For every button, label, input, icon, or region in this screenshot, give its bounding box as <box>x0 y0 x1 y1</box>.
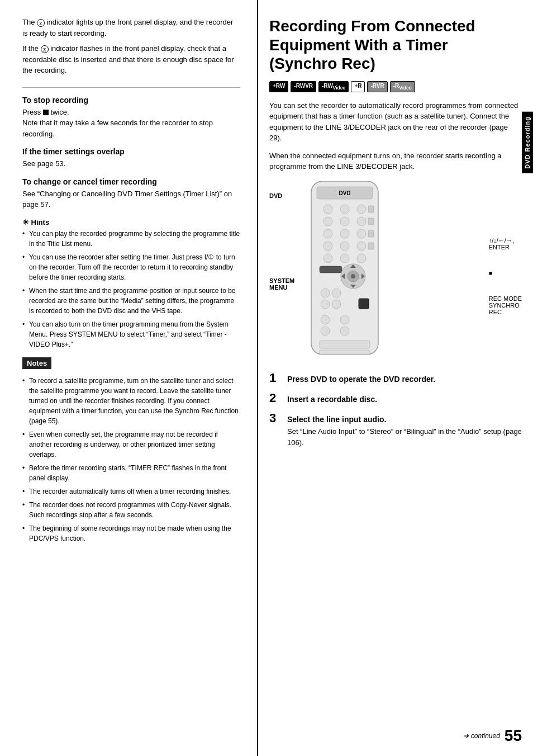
stop-button-label: ■ <box>489 270 522 276</box>
remote-left-labels: DVD SYSTEM MENU <box>269 181 294 291</box>
badge-rvideo: -RVideo <box>390 81 415 92</box>
step2-num: 2 <box>269 391 282 405</box>
badge-r-plus: +R <box>351 81 365 92</box>
indicator-para1: The z indicator lights up the front pane… <box>22 17 240 39</box>
svg-rect-22 <box>320 266 342 273</box>
svg-point-21 <box>357 254 366 263</box>
intro-text-1: You can set the recorder to automaticall… <box>269 100 522 144</box>
step2-content: Insert a recordable disc. <box>287 394 377 405</box>
svg-point-13 <box>357 229 366 238</box>
svg-point-25 <box>351 274 355 278</box>
step-2: 2 Insert a recordable disc. <box>269 391 522 405</box>
step-1: 1 Press DVD to operate the DVD recorder. <box>269 371 522 385</box>
badge-rwvr: -RWVR <box>291 81 316 92</box>
svg-point-4 <box>340 205 349 214</box>
svg-point-30 <box>321 289 330 297</box>
step3-sub: Set “Line Audio Input” to “Stereo” or “B… <box>287 426 522 448</box>
svg-point-12 <box>340 229 349 238</box>
timer-overlap-heading: If the timer settings overlap <box>22 147 240 156</box>
notes-label-box: Notes <box>22 357 240 372</box>
right-column: DVD Recording Recording From Connected E… <box>257 0 533 756</box>
svg-point-20 <box>340 254 349 263</box>
standby-icon: z <box>37 19 45 27</box>
svg-rect-34 <box>359 299 369 309</box>
svg-rect-40 <box>320 350 370 355</box>
hint-item: You can also turn on the timer programmi… <box>22 319 240 349</box>
remote-diagram: DVD SYSTEM MENU DVD <box>269 181 522 362</box>
svg-point-31 <box>332 289 341 297</box>
svg-point-11 <box>323 229 332 238</box>
section-divider <box>22 87 240 88</box>
notes-label: Notes <box>22 357 51 369</box>
svg-point-32 <box>321 300 330 309</box>
svg-point-15 <box>323 242 332 251</box>
step3-content: Select the line input audio. Set “Line A… <box>287 414 522 448</box>
system-menu-label: SYSTEM MENU <box>269 277 294 291</box>
page-title: Recording From Connected Equipment With … <box>269 17 522 73</box>
hint-item: You can play the recorded programme by s… <box>22 229 240 249</box>
step3-num: 3 <box>269 411 282 426</box>
change-cancel-body: See “Changing or Cancelling DVD Timer Se… <box>22 188 240 210</box>
step1-text: Press DVD to operate the DVD recorder. <box>287 374 435 385</box>
step2-text: Insert a recordable disc. <box>287 394 377 405</box>
svg-point-17 <box>357 242 366 251</box>
svg-point-33 <box>332 300 341 309</box>
arrows-enter-label: ↑/↓/←/→, ENTER <box>489 237 522 251</box>
stop-recording-heading: To stop recording <box>22 96 240 105</box>
page-container: The z indicator lights up the front pane… <box>0 0 533 756</box>
change-cancel-heading: To change or cancel timer recording <box>22 177 240 186</box>
remote-right-labels: ↑/↓/←/→, ENTER ■ REC MODE SYNCHRO REC <box>489 181 522 315</box>
format-badges: +RW -RWVR -RWVideo +R -RVR -RVideo <box>269 81 522 92</box>
svg-rect-39 <box>320 341 370 348</box>
svg-rect-18 <box>368 243 374 249</box>
svg-point-19 <box>323 254 332 263</box>
dvd-label: DVD <box>269 192 294 199</box>
note-item: Even when correctly set, the programme m… <box>22 429 240 460</box>
step1-content: Press DVD to operate the DVD recorder. <box>287 374 435 385</box>
step3-text: Select the line input audio. <box>287 414 522 426</box>
note-item: Before the timer recording starts, “TIME… <box>22 463 240 483</box>
svg-point-3 <box>323 205 332 214</box>
left-column: The z indicator lights up the front pane… <box>0 0 257 756</box>
hints-heading: ☀ Hints <box>22 218 240 226</box>
continued-text: ➜ continued <box>463 732 499 740</box>
remote-svg: DVD <box>300 181 483 362</box>
hint-item: You can use the recorder after setting t… <box>22 252 240 282</box>
hint-item: When the start time and the programme po… <box>22 286 240 316</box>
svg-point-35 <box>321 315 330 324</box>
badge-rw-plus: +RW <box>269 81 288 92</box>
intro-text-2: When the connected equipment turns on, t… <box>269 150 522 172</box>
svg-point-7 <box>323 217 332 226</box>
indicator-para2: If the z indicator flashes in the front … <box>22 43 240 76</box>
rec-mode-label: REC MODE SYNCHRO REC <box>489 295 522 315</box>
badge-rwvideo: -RWVideo <box>318 81 349 92</box>
indicator-section: The z indicator lights up the front pane… <box>22 17 240 76</box>
side-tab: DVD Recording <box>522 112 533 173</box>
svg-point-16 <box>340 242 349 251</box>
stop-icon <box>43 110 49 115</box>
page-number: 55 <box>505 727 522 745</box>
svg-point-8 <box>340 217 349 226</box>
svg-point-37 <box>321 327 330 336</box>
svg-point-5 <box>357 205 366 214</box>
svg-rect-6 <box>368 206 374 212</box>
svg-point-38 <box>340 327 349 336</box>
note-item: The recorder automatically turns off whe… <box>22 486 240 497</box>
svg-rect-10 <box>368 218 374 225</box>
note-item: The recorder does not record programmes … <box>22 500 240 520</box>
steps: 1 Press DVD to operate the DVD recorder.… <box>269 371 522 448</box>
stop-recording-body: Press twice. Note that it may take a few… <box>22 107 240 140</box>
svg-text:DVD: DVD <box>339 190 351 196</box>
notes-list: To record a satellite programme, turn on… <box>22 376 240 544</box>
bottom-bar: ➜ continued 55 <box>463 727 522 745</box>
svg-rect-14 <box>368 230 374 237</box>
svg-point-36 <box>340 315 349 324</box>
svg-point-9 <box>357 217 366 226</box>
step-3: 3 Select the line input audio. Set “Line… <box>269 411 522 448</box>
timer-overlap-body: See page 53. <box>22 158 240 169</box>
note-item: To record a satellite programme, turn on… <box>22 376 240 426</box>
hints-list: You can play the recorded programme by s… <box>22 229 240 349</box>
badge-rvr: -RVR <box>367 81 387 92</box>
note-item: The beginning of some recordings may not… <box>22 523 240 544</box>
step1-num: 1 <box>269 371 282 385</box>
